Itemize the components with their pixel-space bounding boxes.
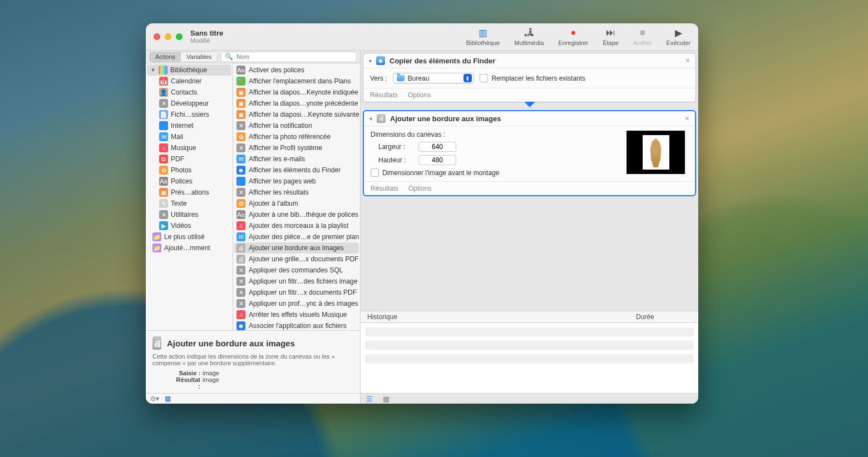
library-item[interactable]: ✉︎Mail xyxy=(147,131,231,142)
segmented-control[interactable]: Actions Variables xyxy=(149,52,218,62)
segment-variables[interactable]: Variables xyxy=(181,52,217,62)
card-disclosure-icon[interactable]: ▾ xyxy=(369,116,372,122)
library-item[interactable]: ✿Photos xyxy=(147,165,231,176)
action-item[interactable]: ✕Afficher la notification xyxy=(234,120,359,131)
action-item[interactable]: 🟢Afficher l'emplacement dans Plans xyxy=(234,76,359,87)
action-item[interactable]: 🖨Ajouter une grille…x documents PDF xyxy=(234,254,359,265)
library-item[interactable]: ▣Prés…ations xyxy=(147,187,231,198)
log-body xyxy=(361,323,698,393)
actions-list[interactable]: AaActiver des polices🟢Afficher l'emplace… xyxy=(233,63,360,330)
action-item[interactable]: ✕Appliquer un filtr…des fichiers image xyxy=(234,276,359,287)
replace-checkbox[interactable]: Remplacer les fichiers existants xyxy=(480,74,585,82)
action-item[interactable]: ✕Appliquer un filtr…x documents PDF xyxy=(234,287,359,298)
library-item[interactable]: 📄Fichi…ssiers xyxy=(147,109,231,120)
action-icon: ✕ xyxy=(236,299,245,308)
log-row xyxy=(365,341,694,350)
action-card-add-border[interactable]: ▾ 🖨 Ajouter une bordure aux images × Dim… xyxy=(363,110,696,196)
scale-checkbox[interactable]: Dimensionner l'image avant le montage xyxy=(371,168,499,177)
segment-actions[interactable]: Actions xyxy=(150,52,181,62)
action-icon: ✿ xyxy=(236,199,245,208)
close-window-button[interactable] xyxy=(154,33,160,40)
toolbar-run[interactable]: ▶ Exécuter xyxy=(667,27,691,46)
library-item[interactable]: 🌐Internet xyxy=(147,120,231,131)
library-item[interactable]: ⧉PDF xyxy=(147,153,231,165)
log-list-view-icon[interactable]: ☰ xyxy=(366,395,373,403)
document-subtitle: Modifié xyxy=(190,37,223,44)
action-icon: ▣ xyxy=(236,110,245,119)
action-item[interactable]: 🌐Afficher les pages web xyxy=(234,176,359,187)
settings-menu-icon[interactable]: ⊖▾ xyxy=(150,395,159,403)
library-item[interactable]: AaPolices xyxy=(147,176,231,187)
log-header: Historique Durée xyxy=(361,311,698,323)
action-item[interactable]: ▣Afficher la diapos…Keynote indiquée xyxy=(234,87,359,98)
library-item[interactable]: 📅Calendrier xyxy=(147,76,231,87)
action-item[interactable]: ✉︎Afficher les e-mails xyxy=(234,153,359,165)
log-flow-view-icon[interactable]: ▦ xyxy=(383,395,389,403)
action-icon: ♫ xyxy=(236,310,245,319)
card-results-tab[interactable]: Résultats xyxy=(371,185,398,192)
action-item[interactable]: ▣Afficher la diaposi…Keynote suivante xyxy=(234,109,359,120)
action-item[interactable]: 🖨Ajouter une bordure aux images xyxy=(234,242,359,254)
toolbar-step[interactable]: ⏭ Étape xyxy=(603,27,619,46)
action-item[interactable]: ✕Afficher les résultats xyxy=(234,187,359,198)
library-list[interactable]: ▼ Bibliothèque 📅Calendrier👤Contacts✕Déve… xyxy=(146,63,233,330)
library-item[interactable]: ♫Musique xyxy=(147,142,231,153)
action-icon: ▣ xyxy=(236,88,245,97)
stop-icon: ■ xyxy=(640,27,645,38)
search-input[interactable] xyxy=(235,53,353,61)
action-item[interactable]: ✉︎Ajouter des pièce…e de premier plan xyxy=(234,231,359,242)
destination-popup[interactable]: Bureau ▴▾ xyxy=(393,73,475,83)
image-preview xyxy=(627,131,685,174)
library-item[interactable]: ✕Utilitaires xyxy=(147,209,231,220)
height-input[interactable] xyxy=(418,155,456,165)
library-smart-folder[interactable]: 📁Ajouté…mment xyxy=(147,242,231,254)
action-item[interactable]: ♫Ajouter des morceaux à la playlist xyxy=(234,220,359,231)
action-item[interactable]: ✿Afficher la photo référencée xyxy=(234,131,359,142)
action-icon: ✉︎ xyxy=(236,232,245,241)
action-icon: ✉︎ xyxy=(236,155,245,163)
zoom-window-button[interactable] xyxy=(176,33,183,40)
card-disclosure-icon[interactable]: ▾ xyxy=(369,58,372,64)
category-icon: Aa xyxy=(159,177,168,186)
action-icon: ☻ xyxy=(236,166,245,175)
library-root[interactable]: ▼ Bibliothèque xyxy=(147,64,231,76)
toolbar-media[interactable]: 🏞 Multimédia xyxy=(514,27,544,46)
toolbar-library[interactable]: ▥ Bibliothèque xyxy=(466,27,500,46)
action-item[interactable]: ✕Appliquer des commandes SQL xyxy=(234,265,359,276)
action-item[interactable]: ♫Arrêter les effets visuels Musique xyxy=(234,309,359,320)
card-close-button[interactable]: × xyxy=(685,114,689,123)
workflow-canvas[interactable]: ▾ ☻ Copier des éléments du Finder × Vers… xyxy=(361,51,698,311)
action-icon: ✿ xyxy=(236,132,245,141)
disclosure-icon[interactable]: ▼ xyxy=(150,67,156,73)
library-item[interactable]: 👤Contacts xyxy=(147,87,231,98)
action-card-copy-finder-items[interactable]: ▾ ☻ Copier des éléments du Finder × Vers… xyxy=(363,53,696,102)
card-options-tab[interactable]: Options xyxy=(408,91,431,99)
library-item[interactable]: ✎Texte xyxy=(147,198,231,209)
category-icon: ▶ xyxy=(159,221,168,230)
card-options-tab[interactable]: Options xyxy=(408,185,431,192)
action-item[interactable]: ☻Associer l'application aux fichiers xyxy=(234,320,359,330)
toolbar-stop: ■ Arrêter xyxy=(633,27,652,46)
log-row xyxy=(365,327,694,336)
minimize-window-button[interactable] xyxy=(165,33,171,40)
checkbox-icon xyxy=(480,74,488,82)
automator-window: Sans titre Modifié ▥ Bibliothèque 🏞 Mult… xyxy=(146,23,698,404)
toolbar-record[interactable]: ● Enregistrer xyxy=(558,27,588,46)
category-icon: 📅 xyxy=(159,77,168,86)
action-item[interactable]: ✿Ajouter à l'album xyxy=(234,198,359,209)
action-item[interactable]: ✕Afficher le Profil système xyxy=(234,142,359,153)
action-item[interactable]: ☻Afficher les éléments du Finder xyxy=(234,165,359,176)
library-item[interactable]: ✕Développeur xyxy=(147,98,231,109)
action-description: 🖨 Ajouter une bordure aux images Cette a… xyxy=(146,330,360,393)
action-item[interactable]: AaAjouter à une bib…thèque de polices xyxy=(234,209,359,220)
search-field[interactable]: 🔍 xyxy=(221,52,357,62)
action-item[interactable]: ✕Appliquer un prof…ync à des images xyxy=(234,298,359,309)
action-icon: ✕ xyxy=(236,277,245,286)
library-item[interactable]: ▶Vidéos xyxy=(147,220,231,231)
card-results-tab[interactable]: Résultats xyxy=(370,91,398,99)
card-close-button[interactable]: × xyxy=(685,56,690,65)
width-input[interactable] xyxy=(418,142,456,152)
library-smart-folder[interactable]: 📁Le plus utilisé xyxy=(147,231,231,242)
action-item[interactable]: AaActiver des polices xyxy=(234,64,359,76)
action-item[interactable]: ▣Afficher la diapos…ynote précédente xyxy=(234,98,359,109)
